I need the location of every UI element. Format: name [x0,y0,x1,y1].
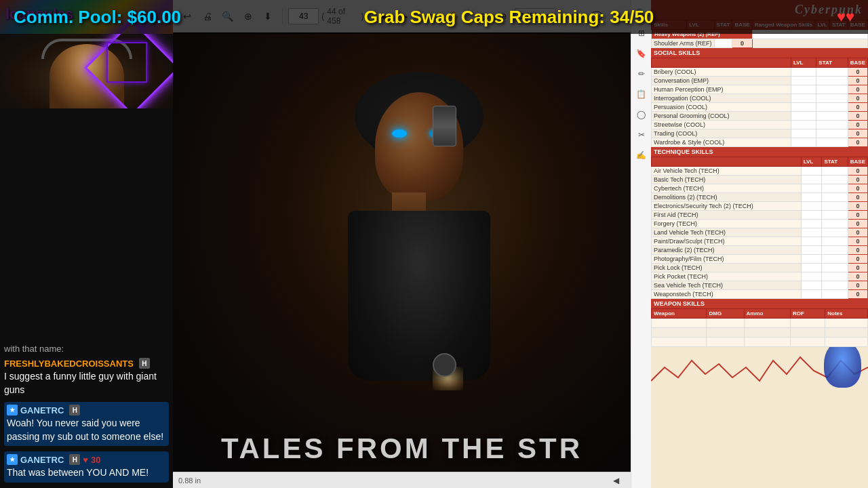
shoulder-arms-label: Shoulder Arms (REF) [652,39,715,48]
heart-count: ♥ 30 [83,455,100,465]
cyber-implant [433,106,456,146]
ganetrc-username-2: GANETRC [20,455,64,465]
table-row: Human Perception (EMP)0 [652,85,868,94]
social-col-header [652,58,791,68]
sheet-bottom [651,347,868,388]
table-row: Interrogation (COOL)0 [652,94,868,103]
char-eye-left [392,129,407,138]
tech-lvl: LVL [801,157,822,167]
technique-skills-table: LVL STAT BASE Air Vehicle Tech (TECH)0 B… [651,157,868,299]
weapon-col: Weapon [652,309,707,319]
rt-shapes-btn[interactable]: ◯ [634,107,649,122]
top-bar: Comm. Pool: $60.00 Grab Swag Caps Remain… [0,0,868,34]
table-row: Paint/Draw/Sculpt (TECH)0 [652,237,868,246]
table-row: Sea Vehicle Tech (TECH)0 [652,281,868,290]
table-row: Pick Pocket (TECH)0 [652,272,868,281]
pdf-bottom-bar: 0.88 in ◀ [173,472,631,488]
char-torso [348,211,490,380]
tech-base: BASE [848,157,867,167]
char-sheet: Cyberpunk Skills LVL STAT BASE Ranged We… [651,0,868,488]
ganetrc-username-1: GANETRC [20,405,64,415]
table-row: Bribery (COOL)0 [652,68,868,77]
comm-pool-label: Comm. Pool: $60.00 [14,7,181,28]
freshly-message-text: I suggest a funny little guy with giant … [4,370,169,396]
rt-bookmark-btn[interactable]: 🔖 [634,46,649,61]
sub-badge-1: ★ [7,405,18,415]
with-name-text: with that name: [4,344,169,354]
ammo-col: Ammo [744,309,790,319]
table-row: Paramedic (2) (TECH)0 [652,246,868,255]
notes-col: Notes [825,309,868,319]
h-badge-freshly: H [139,358,150,369]
weapons-section-header: Weapon Skills [651,299,868,308]
sub-badge-2: ★ [7,454,18,465]
table-row: Streetwise (COOL)0 [652,121,868,129]
table-row: Cybertech (TECH)0 [652,184,868,193]
weapons-table: Weapon DMG Ammo ROF Notes [651,308,868,347]
rt-sign-btn[interactable]: ✍ [634,148,649,163]
social-lvl: LVL [791,58,816,68]
weapon-row-2 [652,328,868,338]
ganetrc-message-text-1: Woah! You never said you were passing my… [7,417,166,443]
table-row: Wardrobe & Style (COOL)0 [652,138,868,147]
table-row: Forgery (TECH)0 [652,220,868,228]
table-row: Photography/Film (TECH)0 [652,255,868,264]
chat-message-1: FRESHLYBAKEDCROISSANTS H I suggest a fun… [4,358,169,396]
hearts-icon: ♥♥ [837,8,854,26]
left-panel: lcapsules with that name: FRESHLYBAKEDCR… [0,0,173,488]
h-badge-ganetrc1: H [69,405,80,415]
tech-col-header [652,157,802,167]
table-row: Weaponstech (TECH)0 [652,290,868,299]
weapon-row-3 [652,338,868,347]
table-row: Demolitions (2) (TECH)0 [652,193,868,202]
table-row: Pick Lock (TECH)0 [652,264,868,272]
chat-username-ganetrc1: ★ GANETRC H [7,405,166,415]
h-badge-ganetrc2: H [69,454,80,465]
mascot-figure [824,347,861,388]
char-head [375,92,463,201]
rt-stamps-btn[interactable]: 📋 [634,87,649,102]
shoulder-badge [433,353,456,377]
technique-skills-header: Technique Skills [651,147,868,157]
center-panel: ↩ 🖨 🔍 ⊕ ⬇ ( 44 of 458 ) ◀ ▶ ▷ ✋ ⊖ ⊕ 125%… [173,0,631,488]
heart-symbol: ♥ [83,455,88,465]
table-row: Air Vehicle Tech (TECH)0 [652,167,868,176]
table-row: Land Vehicle Tech (TECH)0 [652,228,868,237]
dmg-col: DMG [707,309,744,319]
pdf-content: TALES FROM THE STR [173,33,631,472]
bottom-text: TALES FROM THE STR [173,432,631,465]
table-row: First Aid (TECH)0 [652,211,868,220]
tech-stat: STAT [822,157,848,167]
heart-number: 30 [91,455,100,465]
social-skills-header: Social Skills [651,48,868,58]
table-row: Conversation (EMP)0 [652,77,868,85]
chat-username-ganetrc2: ★ GANETRC H ♥ 30 [7,454,166,465]
scale-label: 0.88 in [178,476,201,485]
table-row: Trading (COOL)0 [652,129,868,138]
freshly-username: FRESHLYBAKEDCROISSANTS [4,359,134,369]
pdf-page: TALES FROM THE STR [173,33,631,472]
rt-redact-btn[interactable]: ✂ [634,127,649,142]
chat-area: with that name: FRESHLYBAKEDCROISSANTS H… [0,108,173,488]
chat-username-freshly: FRESHLYBAKEDCROISSANTS H [4,358,169,369]
ganetrc-message-text-2: That was between YOU AND ME! [7,466,166,480]
weapon-row-1 [652,319,868,328]
chat-message-2: ★ GANETRC H Woah! You never said you wer… [4,402,169,446]
table-row: Electronics/Security Tech (2) (TECH)0 [652,202,868,211]
neon-diamond-inner [106,42,147,83]
table-row: Persuasion (COOL)0 [652,103,868,112]
rt-annotation-btn[interactable]: ✏ [634,66,649,81]
rof-col: ROF [790,309,825,319]
social-base: BASE [848,58,867,68]
social-stat: STAT [816,58,848,68]
social-skills-table: LVL STAT BASE Bribery (COOL)0 Conversati… [651,58,868,147]
right-vertical-toolbar: 🔍 ⊞ 🔖 ✏ 📋 ◯ ✂ ✍ [631,0,651,488]
neon-dice-overlay [95,30,170,105]
cyberpunk-art: TALES FROM THE STR [173,33,631,472]
chat-message-3: ★ GANETRC H ♥ 30 That was between YOU AN… [4,451,169,483]
fit-button[interactable]: ◀ [606,471,625,489]
character-body [321,92,524,431]
table-row: Basic Tech (TECH)0 [652,176,868,184]
swag-caps-label: Grab Swag Caps Remaining: 34/50 [364,7,654,28]
table-row: Personal Grooming (COOL)0 [652,112,868,121]
